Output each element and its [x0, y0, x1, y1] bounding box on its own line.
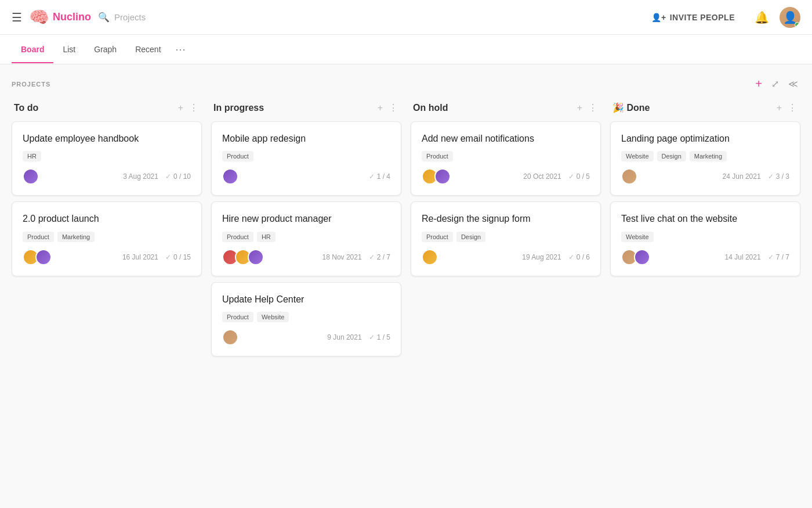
- card-tasks: ✓ 7 / 7: [768, 253, 789, 261]
- add-card-onhold-button[interactable]: +: [576, 102, 583, 114]
- card-tags: HR: [23, 151, 191, 161]
- projects-actions: + ⤢ ≪: [753, 76, 800, 92]
- card-meta: 9 Jun 2021 ✓ 1 / 5: [327, 333, 390, 341]
- card-hire-product-manager[interactable]: Hire new product manager Product HR 18 N…: [211, 201, 401, 276]
- avatar: [248, 249, 264, 265]
- card-date: 3 Aug 2021: [123, 172, 158, 181]
- header-left: ☰ 🧠 Nuclino 🔍 Projects: [12, 8, 642, 27]
- search-bar[interactable]: 🔍 Projects: [98, 12, 146, 23]
- invite-label: INVITE PEOPLE: [670, 13, 735, 22]
- card-title: Mobile app redesign: [222, 132, 390, 145]
- card-footer: 9 Jun 2021 ✓ 1 / 5: [222, 329, 390, 345]
- card-footer: 16 Jul 2021 ✓ 0 / 15: [23, 249, 191, 265]
- tag: Website: [257, 312, 289, 322]
- card-meta: 3 Aug 2021 ✓ 0 / 10: [123, 172, 191, 181]
- card-mobile-app-redesign[interactable]: Mobile app redesign Product ✓ 1 / 4: [211, 121, 401, 196]
- column-done-header: 🎉 Done + ⋮: [610, 101, 800, 121]
- card-tasks: ✓ 3 / 3: [768, 172, 789, 181]
- check-icon: ✓: [165, 253, 171, 261]
- column-todo: To do + ⋮ Update employee handbook HR 3 …: [12, 101, 202, 282]
- column-done: 🎉 Done + ⋮ Landing page optimization Web…: [610, 101, 800, 282]
- expand-button[interactable]: ⤢: [769, 77, 781, 91]
- card-update-employee-handbook[interactable]: Update employee handbook HR 3 Aug 2021 ✓…: [12, 121, 202, 196]
- check-icon: ✓: [165, 172, 171, 181]
- check-icon: ✓: [369, 172, 375, 181]
- card-meta: 14 Jul 2021 ✓ 7 / 7: [725, 253, 789, 261]
- card-product-launch[interactable]: 2.0 product launch Product Marketing 16 …: [12, 201, 202, 276]
- card-test-live-chat[interactable]: Test live chat on the website Website 14…: [610, 201, 800, 276]
- card-avatars: [23, 168, 35, 185]
- online-indicator: [795, 22, 800, 27]
- card-footer: ✓ 1 / 4: [222, 168, 390, 185]
- card-tasks: ✓ 0 / 6: [568, 253, 590, 261]
- tag: HR: [23, 151, 41, 161]
- tag: Design: [657, 151, 686, 161]
- card-tasks: ✓ 0 / 5: [568, 172, 590, 181]
- column-done-title: 🎉 Done: [612, 102, 650, 113]
- tab-recent[interactable]: Recent: [126, 37, 170, 63]
- column-onhold-header: On hold + ⋮: [411, 101, 601, 121]
- add-card-done-button[interactable]: +: [775, 102, 783, 114]
- tag: HR: [257, 232, 276, 242]
- card-date: 16 Jul 2021: [122, 253, 158, 261]
- tag: Website: [621, 151, 654, 161]
- column-onhold-menu-button[interactable]: ⋮: [587, 101, 599, 114]
- card-tasks: ✓ 0 / 10: [165, 172, 191, 181]
- card-title: Update employee handbook: [23, 132, 191, 145]
- projects-label: PROJECTS: [12, 81, 50, 88]
- tag: Design: [456, 232, 485, 242]
- card-tags: Product Design: [422, 232, 590, 242]
- collapse-button[interactable]: ≪: [786, 77, 800, 91]
- tag: Marketing: [57, 232, 95, 242]
- logo[interactable]: 🧠 Nuclino: [29, 8, 91, 27]
- hamburger-icon[interactable]: ☰: [12, 10, 22, 24]
- column-todo-title: To do: [14, 103, 38, 113]
- column-done-menu-button[interactable]: ⋮: [786, 101, 798, 114]
- column-todo-header: To do + ⋮: [12, 101, 202, 121]
- card-title: Hire new product manager: [222, 212, 390, 225]
- tag: Product: [422, 151, 453, 161]
- card-redesign-signup-form[interactable]: Re-design the signup form Product Design…: [411, 201, 601, 276]
- card-tasks: ✓ 0 / 15: [165, 253, 191, 261]
- card-tags: Website Design Marketing: [621, 151, 789, 161]
- check-icon: ✓: [369, 253, 375, 261]
- tag: Product: [23, 232, 54, 242]
- avatar: [422, 249, 438, 265]
- card-meta: 18 Nov 2021 ✓ 2 / 7: [322, 253, 390, 261]
- more-tabs-icon[interactable]: ⋯: [171, 35, 190, 64]
- brain-icon: 🧠: [29, 8, 49, 27]
- column-onhold: On hold + ⋮ Add new email notifications …: [411, 101, 601, 282]
- notification-bell-icon[interactable]: 🔔: [755, 10, 769, 24]
- logo-text: Nuclino: [53, 11, 91, 23]
- card-footer: 18 Nov 2021 ✓ 2 / 7: [222, 249, 390, 265]
- column-inprogress-title: In progress: [213, 103, 264, 113]
- card-add-email-notifications[interactable]: Add new email notifications Product 20 O…: [411, 121, 601, 196]
- avatar-image: 👤: [783, 10, 798, 24]
- column-inprogress-menu-button[interactable]: ⋮: [387, 101, 399, 114]
- user-avatar[interactable]: 👤: [780, 7, 800, 28]
- main-content: PROJECTS + ⤢ ≪ To do + ⋮ Update employee…: [0, 64, 812, 507]
- card-footer: 24 Jun 2021 ✓ 3 / 3: [621, 168, 789, 185]
- column-todo-menu-button[interactable]: ⋮: [188, 101, 200, 114]
- tab-board[interactable]: Board: [12, 37, 53, 63]
- tab-graph[interactable]: Graph: [85, 37, 126, 63]
- card-avatars: [422, 168, 447, 185]
- card-footer: 20 Oct 2021 ✓ 0 / 5: [422, 168, 590, 185]
- search-placeholder: Projects: [114, 12, 146, 22]
- card-title: Test live chat on the website: [621, 212, 789, 225]
- card-date: 9 Jun 2021: [327, 333, 361, 341]
- add-card-inprogress-button[interactable]: +: [376, 102, 384, 114]
- card-update-help-center[interactable]: Update Help Center Product Website 9 Jun…: [211, 282, 401, 356]
- avatar: [434, 168, 451, 185]
- card-date: 18 Nov 2021: [322, 253, 362, 261]
- invite-people-button[interactable]: 👤+ INVITE PEOPLE: [642, 8, 745, 27]
- avatar: [222, 168, 238, 185]
- tab-list[interactable]: List: [53, 37, 85, 63]
- card-landing-page-optimization[interactable]: Landing page optimization Website Design…: [610, 121, 800, 196]
- column-inprogress-actions: + ⋮: [376, 101, 399, 114]
- card-meta: 16 Jul 2021 ✓ 0 / 15: [122, 253, 191, 261]
- card-date: 14 Jul 2021: [725, 253, 761, 261]
- add-card-todo-button[interactable]: +: [177, 102, 184, 114]
- tag: Marketing: [690, 151, 727, 161]
- add-project-button[interactable]: +: [753, 76, 764, 92]
